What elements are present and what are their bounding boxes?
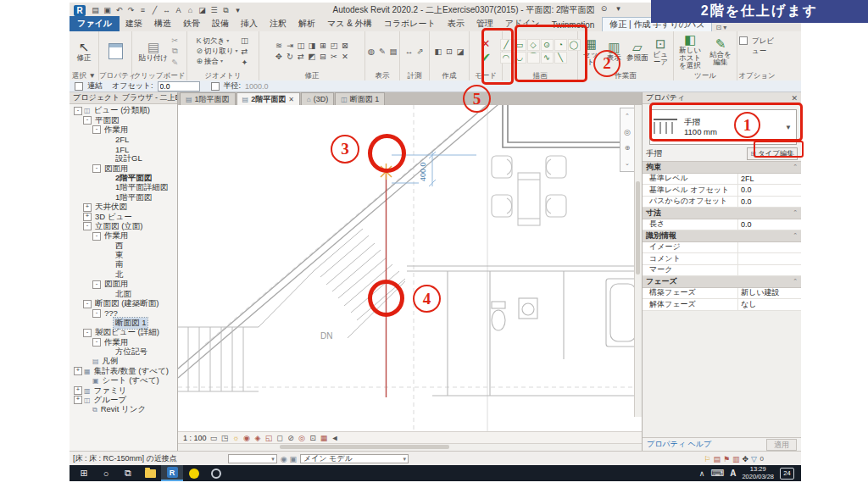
print-icon[interactable]: ≡ — [138, 6, 147, 14]
parameter-row[interactable]: 拘束 ⌃ — [643, 162, 801, 174]
tree-item[interactable]: - 作業用 — [70, 125, 177, 135]
links-status-icon[interactable]: ▥ — [732, 455, 740, 463]
collapse-icon[interactable]: ⌃ — [625, 113, 630, 119]
shadows-icon[interactable]: ◉ — [242, 434, 252, 442]
cope-icon[interactable]: ◫ — [239, 35, 249, 45]
pick-new-host-button[interactable]: ◧新しいホストを選択 — [676, 32, 704, 69]
ribbon-tab[interactable]: 構造 — [148, 16, 177, 31]
parameter-value[interactable] — [737, 265, 801, 276]
parameter-value[interactable]: ⌃ — [677, 276, 801, 287]
properties-help-link[interactable]: プロパティ ヘルプ — [647, 439, 711, 450]
tree-expander[interactable]: - — [83, 116, 92, 125]
tree-expander[interactable]: - — [92, 309, 101, 318]
view-tab[interactable]: ⌂ (3D) — [301, 92, 334, 105]
preview-checkbox[interactable] — [739, 36, 748, 45]
measure-between-icon[interactable]: ↔ — [404, 46, 415, 56]
radius-checkbox[interactable] — [211, 82, 220, 91]
lightbulb-icon[interactable]: ◍ — [366, 46, 376, 56]
parameter-value[interactable]: 0.0 — [737, 197, 801, 208]
parameter-value[interactable]: ⌃ — [676, 230, 801, 241]
parameter-value[interactable]: 新しい建設 — [737, 288, 801, 299]
tree-expander[interactable]: + — [74, 386, 82, 395]
undo-icon[interactable]: ↶ — [114, 6, 124, 14]
select-toggle-icon[interactable]: ✥ — [743, 455, 749, 463]
parameter-value[interactable]: ⌃ — [661, 162, 801, 173]
aligned-dimension-icon[interactable]: ↔ — [162, 6, 171, 14]
rotate-icon[interactable]: ↻ — [285, 52, 295, 62]
revit-taskbar-button[interactable]: R — [161, 465, 183, 481]
text-icon[interactable]: A — [174, 6, 183, 14]
align-icon[interactable]: ≋ — [274, 41, 284, 51]
editing-requests-icon[interactable]: ⚑ — [723, 455, 730, 463]
customize-qat-icon[interactable]: ▾ — [233, 6, 242, 14]
section-icon[interactable]: ◪ — [198, 6, 207, 14]
workset-combo[interactable]: メイン モデル▾ — [300, 454, 409, 463]
reveal-hidden-icon[interactable]: ◎ — [298, 434, 307, 442]
design-options-icon[interactable]: ◉ — [281, 455, 287, 463]
geometry-row[interactable]: K切欠き▾ — [197, 36, 238, 46]
tree-item[interactable]: 方位記号 — [70, 347, 177, 357]
parameter-value[interactable]: 0.0 — [737, 219, 801, 230]
array-icon[interactable]: ⊞ — [318, 41, 328, 51]
obs-button[interactable] — [205, 465, 227, 481]
cutaway-icon[interactable]: ▤ — [388, 46, 398, 56]
offset-icon[interactable]: ⇥ — [285, 41, 295, 51]
revit-logo[interactable]: R — [74, 5, 86, 16]
filter-icon[interactable]: ▽ — [751, 455, 757, 463]
sun-path-icon[interactable]: ☼ — [231, 434, 241, 442]
parameter-value[interactable]: 0.0 — [737, 185, 801, 196]
parameter-row[interactable]: 寸法 ⌃ — [643, 208, 801, 219]
parameter-row[interactable]: パスからのオフセット 0.0 — [643, 197, 801, 208]
parameter-value[interactable] — [737, 253, 801, 264]
modify-button[interactable]: ↖修正 — [77, 40, 92, 62]
paste-button[interactable]: ▤貼り付け — [139, 40, 168, 62]
view-tab-close-icon[interactable]: ✕ — [288, 96, 294, 103]
save-icon[interactable]: ▣ — [103, 6, 112, 14]
tree-expander[interactable]: - — [92, 338, 101, 347]
linework-icon[interactable]: ✎ — [377, 46, 387, 56]
ribbon-tab[interactable]: マス & 外構 — [321, 16, 378, 31]
crop-view-icon[interactable]: ◱ — [264, 434, 274, 442]
notification-badge[interactable]: 24 — [780, 468, 794, 480]
measure-icon[interactable]: ╱ — [150, 6, 159, 14]
tree-expander[interactable]: - — [74, 107, 82, 115]
ribbon-tab[interactable]: 注釈 — [264, 16, 292, 31]
tree-expander[interactable]: - — [92, 232, 101, 241]
properties-button[interactable] — [108, 43, 123, 59]
ime-indicator[interactable]: A — [730, 469, 736, 478]
design-option-combo[interactable]: ▾ — [228, 454, 277, 463]
default-3d-view-icon[interactable]: ⌂ — [186, 6, 195, 14]
chain-checkbox[interactable] — [75, 82, 83, 91]
trim-icon[interactable]: ⊠ — [340, 41, 350, 51]
view-tab[interactable]: ◫ 断面図 1 — [335, 92, 385, 105]
vertical-scrollbar[interactable] — [634, 105, 642, 417]
measure-along-icon[interactable]: ⇗ — [415, 46, 426, 56]
split-icon[interactable]: ◩ — [307, 52, 317, 62]
tree-expander[interactable]: + — [74, 396, 82, 404]
parameter-row[interactable]: 基準レベル オフセット 0.0 — [643, 185, 801, 197]
tree-item[interactable]: - ◫ ビュー (分類順) — [70, 106, 177, 115]
view-tab[interactable]: ▤ 2階平面図 ✕ — [236, 92, 300, 105]
geometry-row[interactable]: ⊘切り取り▾ — [197, 47, 238, 56]
clock[interactable]: 13:29 2020/03/28 — [742, 466, 774, 480]
ribbon-minimize-icon[interactable]: ⊡ ▾ — [715, 24, 726, 31]
tree-expander[interactable]: - — [83, 300, 92, 308]
copy-icon[interactable]: ⇄ — [296, 52, 306, 62]
scale-label[interactable]: 1 : 100 — [183, 434, 207, 442]
reference-plane-button[interactable]: ▱参照面 — [626, 40, 648, 62]
tree-expander[interactable]: - — [83, 222, 92, 230]
user-menu-icon[interactable]: ▾ — [614, 4, 623, 13]
visual-style-icon[interactable]: ◳ — [220, 434, 230, 442]
scroll-left-icon[interactable]: ◄ — [331, 434, 340, 442]
parameter-row[interactable]: コメント — [643, 253, 801, 265]
scrollbar-thumb[interactable] — [636, 181, 640, 274]
temporary-view-icon[interactable]: ⊡ — [309, 434, 318, 442]
ribbon-tab[interactable]: ファイル — [70, 16, 120, 31]
thin-lines-icon[interactable]: ☰ — [209, 6, 219, 14]
ribbon-tab[interactable]: 建築 — [120, 16, 148, 31]
horizontal-scrollbar[interactable] — [178, 443, 642, 451]
zoom-icon[interactable]: ⊕ — [625, 144, 631, 152]
ribbon-tab[interactable]: コラボレート — [378, 16, 442, 31]
close-icon[interactable]: ✕ — [791, 94, 798, 103]
create-similar-icon[interactable]: ⊡ — [444, 46, 454, 56]
